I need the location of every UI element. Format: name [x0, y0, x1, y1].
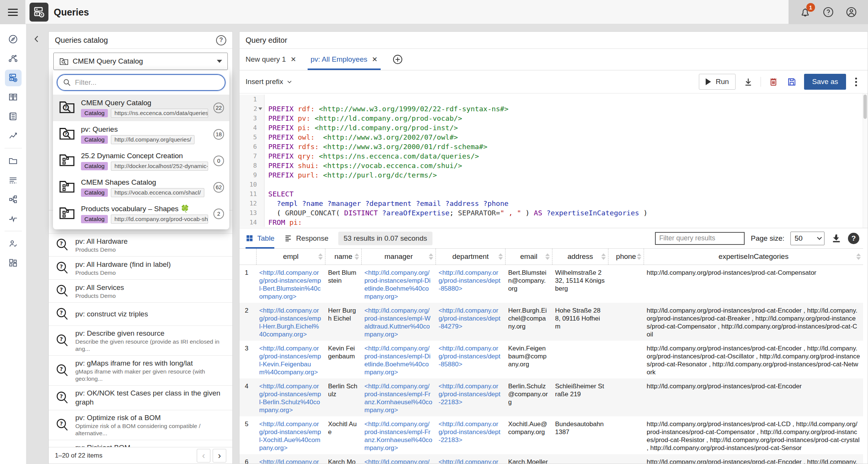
save-query-button[interactable]	[786, 76, 797, 87]
sparql-code-editor[interactable]: 12PREFIX rdf: <http://www.w3.org/1999/02…	[240, 93, 868, 228]
cell-department[interactable]: <http://ld.company.org/prod-instances/de…	[436, 341, 505, 378]
cell-empl[interactable]: <http://ld.company.org/prod-instances/em…	[256, 416, 325, 454]
sidebar-item-explore[interactable]	[0, 30, 26, 49]
results-tab-table[interactable]: Table	[246, 228, 274, 249]
catalog-dropdown-item[interactable]: CMEM Shapes Catalog Catalog https://voca…	[53, 174, 229, 201]
cell-department[interactable]: <http://ld.company.org/prod-instances/de…	[436, 378, 505, 416]
sort-icon[interactable]	[498, 254, 503, 260]
download-results-button[interactable]	[831, 233, 842, 244]
help-button[interactable]	[822, 6, 835, 19]
query-item-subtitle: Products Demo	[75, 246, 128, 253]
cell-department[interactable]: <http://ld.company.org/prod-instances/de…	[436, 416, 505, 454]
sidebar-item-datasets[interactable]	[0, 170, 26, 190]
query-list-item[interactable]: ? pv: Optimize risk of a BOM Optimize ri…	[49, 410, 232, 440]
query-list-item[interactable]: ? pv: All Services Products Demo	[49, 280, 232, 303]
query-icon: ?	[55, 333, 70, 348]
sort-icon[interactable]	[601, 254, 606, 260]
query-list-item[interactable]: ? pv: All Hardware (find in label) Produ…	[49, 257, 232, 280]
column-header-name: name	[325, 249, 361, 265]
sidebar-item-workflows[interactable]	[0, 190, 26, 209]
user-account-button[interactable]	[845, 6, 858, 19]
cell-manager[interactable]: <http://ld.company.org/prod-instances/em…	[361, 378, 436, 416]
sidebar-item-activities[interactable]	[0, 209, 26, 228]
cell-empl[interactable]: <http://ld.company.org/prod-instances/em…	[256, 341, 325, 378]
cell-manager[interactable]: <http://ld.company.org/prod-instances/em…	[361, 265, 436, 303]
catalog-filter-input[interactable]	[75, 78, 219, 87]
close-tab-icon[interactable]: ✕	[291, 55, 296, 64]
sidebar-item-projects[interactable]	[0, 151, 26, 170]
collapse-panel-button[interactable]	[32, 34, 42, 44]
catalog-dropdown-item[interactable]: ? CMEM Query Catalog Catalog https://ns.…	[53, 95, 229, 121]
cell-email: Kevin.Feigenbaum@company.org	[505, 341, 552, 378]
query-list-item[interactable]: ? pv: gMaps iframe for res with long/lat…	[49, 356, 232, 386]
sort-icon[interactable]	[355, 254, 359, 260]
sort-icon[interactable]	[856, 254, 861, 260]
cell-email: Xochitl.Aue@company.org	[505, 416, 552, 454]
cell-manager[interactable]: <http://ld.company.org/prod-instances/em…	[361, 341, 436, 378]
catalog-dropdown-item[interactable]: ? pv: Queries Catalog http://ld.company.…	[53, 121, 229, 148]
download-icon	[743, 77, 753, 87]
sidebar-item-apps[interactable]	[0, 253, 26, 272]
cell-department[interactable]: <http://ld.company.org/prod-instances/d	[436, 454, 505, 464]
run-query-button[interactable]: Run	[699, 74, 736, 90]
cell-empl[interactable]: <http://ld.company.org/prod-instances/em…	[256, 303, 325, 341]
sort-icon[interactable]	[637, 254, 641, 260]
save-as-button[interactable]: Save as	[804, 74, 846, 90]
catalog-dropdown-item[interactable]: Products vocabulary – Shapes 🍀 Catalog h…	[53, 201, 229, 227]
pagination-prev-button[interactable]: ‹	[197, 449, 210, 462]
editor-panel-header: Query editor	[240, 32, 868, 49]
results-help-button[interactable]: ?	[848, 233, 859, 244]
catalog-select-dropdown[interactable]: ? CMEM Query Catalog	[53, 53, 228, 70]
cell-department[interactable]: <http://ld.company.org/prod-instances/de…	[436, 303, 505, 341]
query-list-item[interactable]: ? pv: Describe given resource Describe t…	[49, 326, 232, 356]
cell-num: 3	[240, 341, 256, 378]
catalog-dropdown-item[interactable]: 25.2 Dynamic Concept Creation Catalog ht…	[53, 148, 229, 174]
insert-prefix-button[interactable]: Insert prefix	[246, 78, 292, 86]
cell-department[interactable]: <http://ld.company.org/prod-instances/de…	[436, 265, 505, 303]
sidebar-item-vocabularies[interactable]	[0, 87, 26, 107]
cell-empl[interactable]: <http://ld.company.org/prod-instances/em…	[256, 454, 325, 464]
tab-pv-all-employees[interactable]: pv: All Employees ✕	[311, 49, 378, 70]
cell-address: Schleißheimer Straße 219	[552, 378, 608, 416]
pagination-next-button[interactable]: ›	[213, 449, 226, 462]
line-number-gutter: 12	[240, 199, 264, 208]
hamburger-menu-button[interactable]	[0, 0, 25, 24]
notifications-button[interactable]: 1	[799, 6, 812, 19]
cell-empl[interactable]: <http://ld.company.org/prod-instances/em…	[256, 265, 325, 303]
svg-text:?: ?	[60, 420, 63, 427]
sidebar-item-metrics[interactable]	[0, 126, 26, 145]
sort-icon[interactable]	[429, 254, 433, 260]
query-item-title: pv: All Hardware (find in label)	[75, 260, 171, 269]
query-list-item[interactable]: ? pv: OK/NOK test Cases per class in the…	[49, 386, 232, 410]
sidebar-item-access-control[interactable]	[0, 234, 26, 253]
fold-arrow-icon[interactable]	[258, 107, 262, 110]
query-list-item[interactable]: ? pv: All Hardware Products Demo	[49, 234, 232, 257]
catalog-help-button[interactable]: ?	[216, 35, 226, 45]
page-size-label: Page size:	[751, 234, 784, 243]
sort-icon[interactable]	[318, 254, 323, 260]
sidebar-item-datasets-list[interactable]	[0, 107, 26, 126]
sidebar-item-queries[interactable]	[0, 68, 26, 87]
more-options-button[interactable]	[853, 77, 859, 87]
cell-empl[interactable]: <http://ld.company.org/prod-instances/em…	[256, 378, 325, 416]
cell-manager[interactable]: <http://ld.company.org/prod-instances/em…	[361, 454, 436, 464]
sort-icon[interactable]	[545, 254, 550, 260]
tab-new-query-1[interactable]: New query 1 ✕	[246, 49, 296, 70]
cell-name: Herr Burgh Eichel	[325, 303, 361, 341]
page-size-select[interactable]: 50	[790, 232, 824, 245]
sidebar-item-knowledge-graph[interactable]	[0, 49, 26, 68]
query-item-subtitle: Products Demo	[75, 269, 171, 276]
filter-results-input[interactable]	[655, 232, 745, 245]
add-tab-button[interactable]	[392, 49, 403, 70]
close-tab-icon[interactable]: ✕	[372, 55, 378, 64]
results-tab-response[interactable]: Response	[284, 228, 328, 249]
delete-query-button[interactable]	[768, 76, 779, 87]
cell-manager[interactable]: <http://ld.company.org/prod-instances/em…	[361, 303, 436, 341]
cell-manager[interactable]: <http://ld.company.org/prod-instances/em…	[361, 416, 436, 454]
selected-catalog-label: CMEM Query Catalog	[73, 57, 143, 65]
query-list-item[interactable]: ? pv: construct viz triples	[49, 303, 232, 326]
download-query-button[interactable]	[742, 76, 754, 87]
cell-num: 2	[240, 303, 256, 341]
catalog-item-icon	[58, 204, 76, 221]
editor-scrollbar[interactable]	[863, 93, 868, 228]
